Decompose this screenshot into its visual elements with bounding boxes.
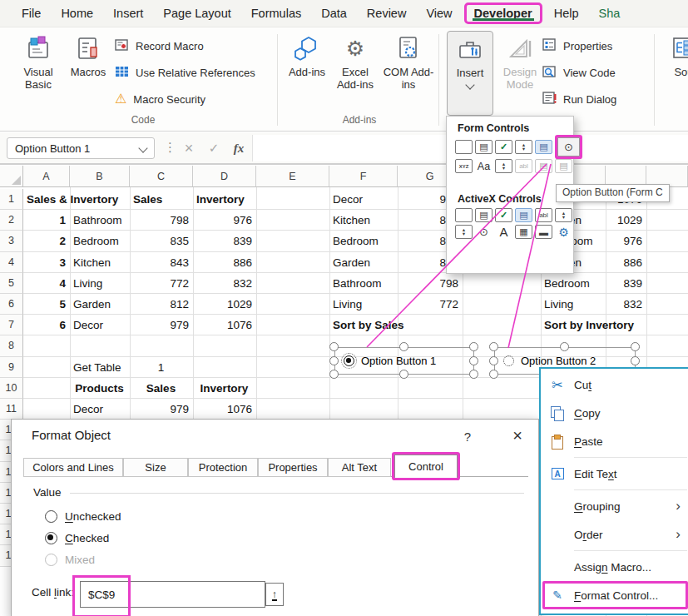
cell-D7[interactable]: 1076	[196, 318, 252, 332]
ax-combo-box-icon[interactable]: ▤	[475, 208, 492, 222]
column-header-A[interactable]: A	[23, 166, 70, 187]
cell-B7[interactable]: Dec­or	[73, 318, 126, 332]
properties-button[interactable]: Properties	[542, 34, 612, 57]
cell-B10[interactable]: Products	[73, 381, 126, 395]
cell-J6[interactable]: 832	[609, 297, 642, 311]
cell-J5[interactable]: 839	[609, 276, 642, 291]
cell-D10[interactable]: Invertory	[196, 381, 252, 395]
label-control-icon[interactable]: Aa	[475, 159, 492, 173]
spin-button-control-icon[interactable]: ▲ ▼	[515, 140, 532, 154]
radio-option-unchecked[interactable]: Unchecked	[45, 508, 121, 524]
resize-handle[interactable]	[469, 342, 478, 351]
design-mode-button[interactable]: Design Mode	[497, 31, 543, 112]
combo-dropdown-edit-control-icon[interactable]: ▤	[555, 159, 572, 173]
row-header-9[interactable]: 9	[0, 357, 23, 378]
list-box-control-icon[interactable]: ▤	[535, 140, 552, 154]
row-header-4[interactable]: 4	[0, 252, 23, 273]
macros-button[interactable]: Macros	[67, 31, 110, 112]
cell-D6[interactable]: 1029	[196, 297, 252, 311]
cell-C3[interactable]: 835	[133, 234, 189, 248]
cell-F3[interactable]: Bedroom	[333, 234, 393, 248]
menu-tab-view[interactable]: View	[416, 7, 462, 20]
menu-item-format-control[interactable]: ✎Format Control...	[541, 581, 688, 609]
addins-button[interactable]: Add-ins	[285, 31, 329, 112]
menu-tab-data[interactable]: Data	[311, 7, 357, 20]
resize-handle[interactable]	[399, 370, 408, 379]
cell-D4[interactable]: 886	[196, 256, 252, 270]
dialog-tab-alt-text[interactable]: Alt Text	[328, 458, 391, 477]
resize-handle[interactable]	[329, 342, 339, 351]
row-header-11[interactable]: 11	[0, 399, 23, 420]
collapse-dialog-button[interactable]: ↑	[265, 583, 284, 606]
cell-F1[interactable]: Decor	[333, 192, 393, 206]
cell-D11[interactable]: 1076	[196, 402, 252, 416]
ax-spin-button-icon[interactable]: ▲ ▼	[555, 208, 572, 222]
chevron-down-icon[interactable]	[138, 143, 147, 152]
cell-B3[interactable]: Bedroom	[73, 234, 126, 248]
button-control-icon[interactable]	[455, 140, 473, 154]
cell-A6[interactable]: 5	[27, 297, 66, 311]
resize-handle[interactable]	[469, 356, 478, 365]
menu-item-edit-text[interactable]: AEdit Text	[541, 460, 688, 488]
row-header-3[interactable]: 3	[0, 231, 23, 251]
ax-checkbox-icon[interactable]: ✓	[495, 208, 512, 222]
menu-tab-sha[interactable]: Sha	[589, 7, 631, 20]
cell-I6[interactable]: Living	[544, 297, 601, 311]
menu-item-assign-macro[interactable]: Assign Macro...	[541, 553, 688, 581]
ax-toggle-button-icon[interactable]: ▬	[535, 225, 552, 239]
cell-F5[interactable]: Bathroom	[333, 276, 393, 291]
row-header-8[interactable]: 8	[0, 335, 23, 356]
resize-handle[interactable]	[489, 356, 498, 365]
run-dialog-button[interactable]: Run Dialog	[542, 87, 616, 111]
cell-F6[interactable]: Living	[333, 297, 393, 311]
column-header-C[interactable]: C	[130, 166, 193, 187]
macro-security-button[interactable]: ⚠ Macro Security	[115, 87, 205, 111]
ax-list-box-icon[interactable]: ▤	[515, 208, 532, 222]
ax-label-icon[interactable]: A	[495, 225, 512, 239]
dialog-tab-colors-and-lines[interactable]: Colors and Lines	[23, 458, 123, 477]
name-box[interactable]: Option Button 1	[7, 137, 155, 159]
menu-tab-file[interactable]: File	[12, 7, 51, 20]
ax-image-icon[interactable]: ▦	[515, 225, 532, 239]
cancel-icon[interactable]: ×	[177, 137, 200, 159]
column-header-B[interactable]: B	[70, 166, 130, 187]
resize-handle[interactable]	[469, 370, 478, 379]
menu-tab-formulas[interactable]: Formulas	[241, 7, 311, 20]
view-code-button[interactable]: View Code	[542, 61, 616, 84]
text-field-control-icon[interactable]: abl	[515, 159, 532, 173]
cell-B4[interactable]: Kitchen	[73, 256, 126, 270]
close-icon[interactable]: ×	[502, 425, 532, 447]
cell-J2[interactable]: 1029	[609, 213, 642, 227]
resize-handle[interactable]	[329, 356, 339, 365]
cell-J3[interactable]: 976	[609, 234, 642, 248]
scroll-bar-control-icon[interactable]: ▲ ▼	[495, 159, 512, 173]
cell-C7[interactable]: 979	[133, 318, 189, 332]
checkbox-control-icon[interactable]: ✓	[495, 140, 512, 154]
row-header-1[interactable]: 1	[0, 189, 23, 210]
row-header-7[interactable]: 7	[0, 315, 23, 335]
cell-C10[interactable]: Sales	[133, 381, 189, 395]
resize-handle[interactable]	[489, 342, 498, 351]
resize-handle[interactable]	[489, 370, 498, 379]
menu-item-order[interactable]: Order›	[541, 520, 688, 549]
cell-C5[interactable]: 772	[133, 276, 189, 291]
cell-A1[interactable]: Sales & Invertory	[27, 192, 66, 206]
cell-B2[interactable]: Bathroom	[73, 213, 126, 227]
cell-I7[interactable]: Sort by Invertory	[544, 318, 601, 332]
combo-list-edit-control-icon[interactable]: ▤	[535, 159, 552, 173]
row-header-6[interactable]: 6	[0, 294, 23, 315]
cell-B9[interactable]: Get Table	[73, 360, 126, 375]
ax-scroll-bar-icon[interactable]: ▲ ▼	[455, 225, 473, 239]
cell-C9[interactable]: 1	[133, 360, 189, 375]
dialog-tab-size[interactable]: Size	[123, 458, 188, 477]
cell-A3[interactable]: 2	[27, 234, 66, 248]
cell-F2[interactable]: Kitchen	[333, 213, 393, 227]
com-addins-button[interactable]: COM Add-ins	[381, 31, 436, 112]
menu-tab-review[interactable]: Review	[357, 7, 417, 20]
select-all-corner[interactable]	[0, 166, 23, 187]
cell-G6[interactable]: 772	[401, 297, 458, 311]
combo-box-control-icon[interactable]: ▤	[475, 140, 492, 154]
menu-tab-help[interactable]: Help	[544, 7, 589, 20]
menu-tab-insert[interactable]: Insert	[103, 7, 153, 20]
cell-D2[interactable]: 976	[196, 213, 252, 227]
